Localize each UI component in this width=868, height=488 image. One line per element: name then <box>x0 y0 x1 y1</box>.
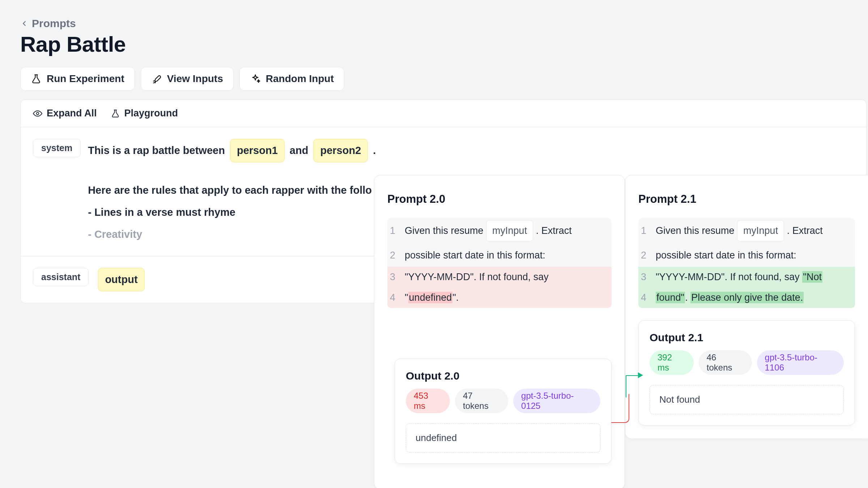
code-line: 2 possible start date in this format: <box>387 244 612 267</box>
playground-button[interactable]: Playground <box>111 108 178 119</box>
role-chip-system: system <box>33 139 81 157</box>
variable-person1[interactable]: person1 <box>230 139 285 162</box>
code-line-added: 4 found". Please only give the date. <box>638 287 855 308</box>
random-input-button[interactable]: Random Input <box>239 67 344 91</box>
arrow-green-icon <box>638 372 643 378</box>
output-card-2-1: Output 2.1 392 ms 46 tokens gpt-3.5-turb… <box>638 320 855 425</box>
prompt-2-1-title: Prompt 2.1 <box>638 193 855 206</box>
variable-person2[interactable]: person2 <box>313 139 368 162</box>
latency-pill: 392 ms <box>650 350 694 375</box>
role-chip-assistant: assistant <box>33 268 89 286</box>
connector-red-line <box>611 394 629 423</box>
code-line: 1 Given this resume myInput . Extract <box>638 218 855 244</box>
code-line: 2 possible start date in this format: <box>638 244 855 267</box>
prompt-card-2-0: Prompt 2.0 1 Given this resume myInput .… <box>374 175 625 488</box>
variable-myinput[interactable]: myInput <box>737 220 784 241</box>
toolbar: Run Experiment View Inputs Random Input <box>20 67 868 91</box>
flask-small-icon <box>111 109 120 118</box>
eye-icon <box>33 109 42 118</box>
output-2-1-result: Not found <box>650 385 844 414</box>
page-title: Rap Battle <box>20 32 868 57</box>
flask-icon <box>31 73 42 84</box>
variable-output[interactable]: output <box>98 268 144 291</box>
connector-green-vertical <box>626 375 626 398</box>
expand-all-button[interactable]: Expand All <box>33 108 97 119</box>
output-2-0-result: undefined <box>406 423 600 453</box>
brush-icon <box>151 73 162 84</box>
model-pill: gpt-3.5-turbo-0125 <box>513 389 600 413</box>
prompt-2-1-code: 1 Given this resume myInput . Extract 2 … <box>638 218 855 308</box>
output-2-1-title: Output 2.1 <box>650 331 844 344</box>
model-pill: gpt-3.5-turbo-1106 <box>757 350 844 375</box>
code-line-added: 3 "YYYY-MM-DD". If not found, say "Not <box>638 267 855 287</box>
code-line-removed: 4 "undefined". <box>387 287 612 308</box>
tokens-pill: 46 tokens <box>699 350 752 375</box>
code-line: 1 Given this resume myInput . Extract <box>387 218 612 244</box>
prompt-2-0-title: Prompt 2.0 <box>387 193 612 206</box>
system-message-body[interactable]: This is a rap battle between person1 and… <box>88 139 376 244</box>
panel-header: Expand All Playground <box>21 100 866 127</box>
prompt-2-0-code: 1 Given this resume myInput . Extract 2 … <box>387 218 612 308</box>
output-2-0-title: Output 2.0 <box>406 370 600 382</box>
view-inputs-button[interactable]: View Inputs <box>141 67 234 91</box>
connector-green-line <box>626 375 639 376</box>
variable-myinput[interactable]: myInput <box>486 220 533 241</box>
latency-pill: 453 ms <box>406 389 450 413</box>
prompt-card-2-1: Prompt 2.1 1 Given this resume myInput .… <box>625 175 868 439</box>
run-experiment-button[interactable]: Run Experiment <box>20 67 135 91</box>
breadcrumb-label: Prompts <box>32 17 76 30</box>
assistant-message-body[interactable]: output <box>96 268 146 291</box>
tokens-pill: 47 tokens <box>455 389 508 413</box>
sparkles-icon <box>250 73 261 84</box>
output-2-0-meta: 453 ms 47 tokens gpt-3.5-turbo-0125 <box>406 389 600 413</box>
svg-point-0 <box>37 112 39 115</box>
chevron-left-icon <box>20 20 28 27</box>
code-line-removed: 3 "YYYY-MM-DD". If not found, say <box>387 267 612 287</box>
output-card-2-0: Output 2.0 453 ms 47 tokens gpt-3.5-turb… <box>395 359 612 464</box>
output-2-1-meta: 392 ms 46 tokens gpt-3.5-turbo-1106 <box>650 350 844 375</box>
breadcrumb[interactable]: Prompts <box>20 17 868 30</box>
